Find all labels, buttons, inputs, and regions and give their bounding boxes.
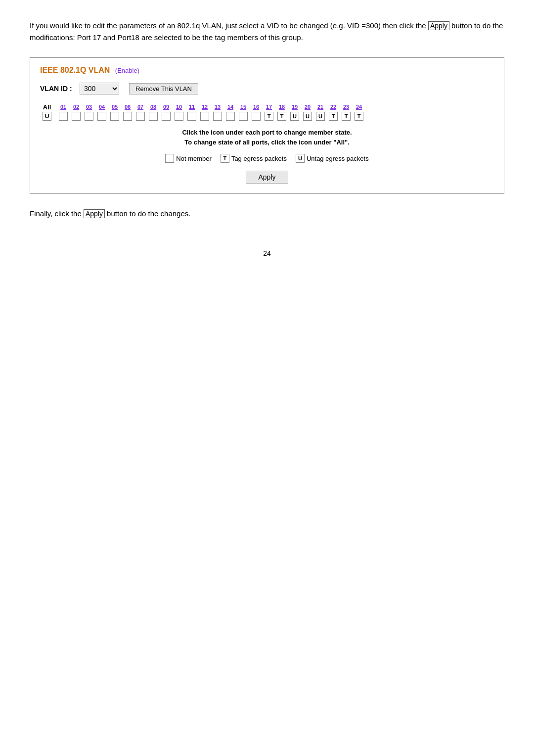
vlan-id-select[interactable]: 300 — [80, 83, 119, 94]
port-state-02[interactable] — [72, 112, 81, 121]
tag-label: Tag egress packets — [231, 155, 287, 162]
port-col-19: 19U — [288, 103, 301, 121]
port-number-10: 10 — [176, 103, 182, 111]
port-number-19: 19 — [292, 103, 298, 111]
port-number-01: 01 — [60, 103, 66, 111]
port-state-05[interactable] — [110, 112, 119, 121]
port-state-10[interactable] — [175, 112, 183, 121]
instruction-line2: To change state of all ports, click the … — [40, 138, 494, 147]
untag-label: Untag egress packets — [307, 155, 369, 162]
legend-untag: U Untag egress packets — [296, 154, 369, 163]
ports-header: All U 0102030405060708091011121314151617… — [40, 103, 494, 121]
port-number-14: 14 — [227, 103, 233, 111]
port-state-17[interactable]: T — [265, 112, 273, 121]
port-state-19[interactable]: U — [290, 112, 299, 121]
port-col-08: 08 — [147, 103, 160, 121]
port-number-18: 18 — [279, 103, 285, 111]
port-number-17: 17 — [266, 103, 272, 111]
intro-apply-inline: Apply — [428, 21, 449, 30]
all-state-toggle[interactable]: U — [43, 112, 51, 121]
port-col-24: 24T — [353, 103, 365, 121]
not-member-box — [165, 154, 174, 163]
port-col-05: 05 — [108, 103, 121, 121]
vlan-id-row: VLAN ID : 300 Remove This VLAN — [40, 83, 494, 94]
port-state-23[interactable]: T — [342, 112, 351, 121]
port-state-18[interactable]: T — [277, 112, 286, 121]
tag-box: T — [221, 154, 229, 163]
untag-box: U — [296, 154, 305, 163]
vlan-box: IEEE 802.1Q VLAN (Enable) VLAN ID : 300 … — [30, 57, 504, 194]
port-state-21[interactable]: U — [316, 112, 325, 121]
intro-paragraph: If you would like to edit the parameters… — [30, 20, 504, 44]
port-number-12: 12 — [202, 103, 208, 111]
port-state-07[interactable] — [136, 112, 145, 121]
port-state-13[interactable] — [213, 112, 222, 121]
port-col-09: 09 — [160, 103, 173, 121]
port-col-14: 14 — [224, 103, 237, 121]
all-label: All — [43, 103, 51, 111]
ports-section: All U 0102030405060708091011121314151617… — [40, 103, 494, 123]
port-state-22[interactable]: T — [329, 112, 338, 121]
port-number-02: 02 — [73, 103, 79, 111]
port-col-03: 03 — [83, 103, 95, 121]
port-col-06: 06 — [121, 103, 134, 121]
outro-text-2: button to do the changes. — [105, 209, 190, 218]
port-col-18: 18T — [275, 103, 288, 121]
not-member-label: Not member — [176, 155, 212, 162]
port-col-21: 21U — [314, 103, 327, 121]
legend-not-member: Not member — [165, 154, 212, 163]
port-col-04: 04 — [95, 103, 108, 121]
port-number-08: 08 — [150, 103, 156, 111]
vlan-box-title: IEEE 802.1Q VLAN (Enable) — [40, 66, 494, 75]
port-state-06[interactable] — [123, 112, 132, 121]
port-number-04: 04 — [99, 103, 105, 111]
port-number-05: 05 — [112, 103, 118, 111]
port-state-15[interactable] — [239, 112, 248, 121]
port-state-04[interactable] — [97, 112, 106, 121]
port-col-07: 07 — [134, 103, 147, 121]
port-number-24: 24 — [356, 103, 362, 111]
port-state-20[interactable]: U — [303, 112, 312, 121]
port-number-06: 06 — [125, 103, 131, 111]
port-number-21: 21 — [317, 103, 323, 111]
port-col-02: 02 — [70, 103, 83, 121]
vlan-title-text: IEEE 802.1Q VLAN — [40, 66, 110, 74]
port-state-11[interactable] — [187, 112, 196, 121]
intro-text-1: If you would like to edit the parameters… — [30, 21, 428, 30]
enable-link[interactable]: (Enable) — [115, 67, 139, 74]
port-state-12[interactable] — [200, 112, 209, 121]
page-number: 24 — [30, 249, 504, 257]
port-col-10: 10 — [173, 103, 185, 121]
port-col-22: 22T — [327, 103, 340, 121]
port-state-09[interactable] — [162, 112, 171, 121]
port-number-23: 23 — [343, 103, 349, 111]
port-state-08[interactable] — [149, 112, 158, 121]
port-number-15: 15 — [240, 103, 246, 111]
port-col-20: 20U — [301, 103, 314, 121]
port-number-22: 22 — [330, 103, 336, 111]
port-number-07: 07 — [137, 103, 143, 111]
all-column: All U — [40, 103, 54, 121]
remove-vlan-button[interactable]: Remove This VLAN — [129, 83, 198, 94]
legend-tag: T Tag egress packets — [221, 154, 287, 163]
outro-paragraph: Finally, click the Apply button to do th… — [30, 208, 504, 220]
port-number-11: 11 — [189, 103, 195, 111]
port-state-16[interactable] — [252, 112, 261, 121]
port-col-15: 15 — [237, 103, 250, 121]
port-number-13: 13 — [215, 103, 221, 111]
outro-text-1: Finally, click the — [30, 209, 84, 218]
port-number-20: 20 — [305, 103, 311, 111]
port-state-14[interactable] — [226, 112, 235, 121]
instruction-line1: Click the icon under each port to change… — [40, 128, 494, 138]
port-col-17: 17T — [263, 103, 275, 121]
vlan-id-label: VLAN ID : — [40, 85, 75, 93]
legend-row: Not member T Tag egress packets U Untag … — [40, 154, 494, 163]
port-state-01[interactable] — [59, 112, 68, 121]
port-state-24[interactable]: T — [355, 112, 363, 121]
port-col-16: 16 — [250, 103, 263, 121]
apply-button[interactable]: Apply — [246, 171, 288, 184]
port-number-03: 03 — [86, 103, 92, 111]
port-col-11: 11 — [185, 103, 198, 121]
port-state-03[interactable] — [85, 112, 93, 121]
ports-grid: 0102030405060708091011121314151617T18T19… — [57, 103, 365, 121]
